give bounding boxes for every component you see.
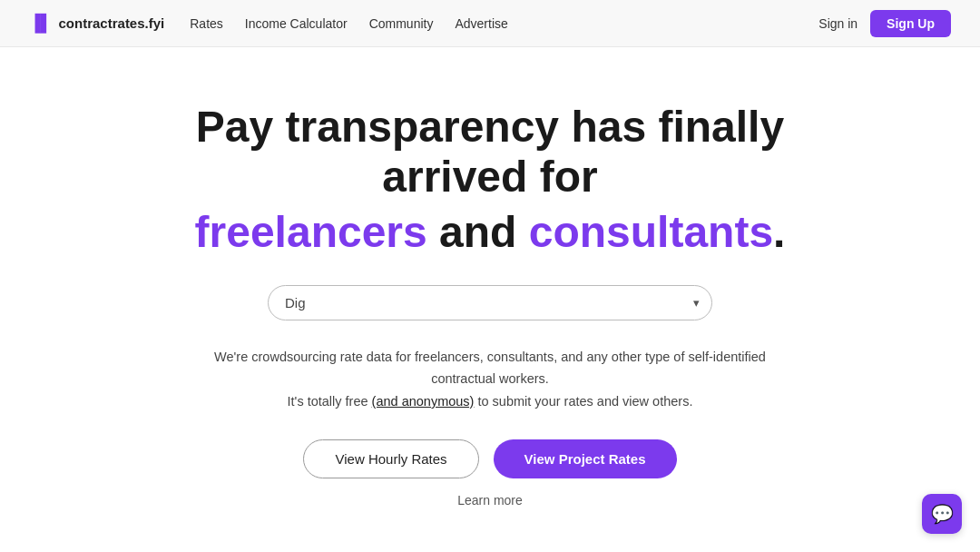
desc-text-3: to submit your rates and view others.	[474, 394, 692, 409]
view-project-rates-button[interactable]: View Project Rates	[494, 439, 677, 478]
chat-icon: 💬	[931, 503, 954, 525]
sign-up-button[interactable]: Sign Up	[870, 10, 951, 37]
hero-section: Pay transparency has finally arrived for…	[0, 47, 980, 552]
hero-title-line2: freelancers and consultants.	[195, 207, 786, 257]
nav-right: Sign in Sign Up	[818, 10, 951, 37]
cta-buttons: View Hourly Rates View Project Rates	[303, 439, 676, 478]
nav-link-community[interactable]: Community	[369, 16, 434, 31]
hero-title-line1: Pay transparency has finally arrived for	[118, 102, 862, 202]
navbar: ▐▌ contractrates.fyi Rates Income Calcul…	[0, 0, 980, 47]
logo-icon: ▐▌	[29, 14, 53, 33]
sign-in-button[interactable]: Sign in	[818, 16, 858, 31]
period-text: .	[773, 208, 785, 256]
freelancers-text: freelancers	[195, 208, 427, 256]
logo[interactable]: ▐▌ contractrates.fyi	[29, 14, 164, 33]
logo-text: contractrates.fyi	[59, 15, 165, 31]
nav-link-income-calculator[interactable]: Income Calculator	[245, 16, 348, 31]
nav-link-advertise[interactable]: Advertise	[455, 16, 507, 31]
learn-more-link[interactable]: Learn more	[457, 493, 523, 508]
nav-link-rates[interactable]: Rates	[190, 16, 223, 31]
anonymous-link[interactable]: (and anonymous)	[372, 394, 475, 409]
consultants-text: consultants	[529, 208, 773, 256]
desc-text-2: It's totally free	[288, 394, 372, 409]
view-hourly-rates-button[interactable]: View Hourly Rates	[303, 439, 478, 478]
search-wrapper: Dig ▾	[268, 285, 712, 320]
nav-left: ▐▌ contractrates.fyi Rates Income Calcul…	[29, 14, 508, 33]
nav-links: Rates Income Calculator Community Advert…	[190, 16, 508, 31]
hero-description: We're crowdsourcing rate data for freela…	[191, 346, 789, 413]
desc-text-1: We're crowdsourcing rate data for freela…	[214, 350, 766, 387]
search-select[interactable]: Dig	[268, 285, 712, 320]
chat-bubble-button[interactable]: 💬	[922, 494, 962, 534]
and-text: and	[427, 208, 529, 256]
